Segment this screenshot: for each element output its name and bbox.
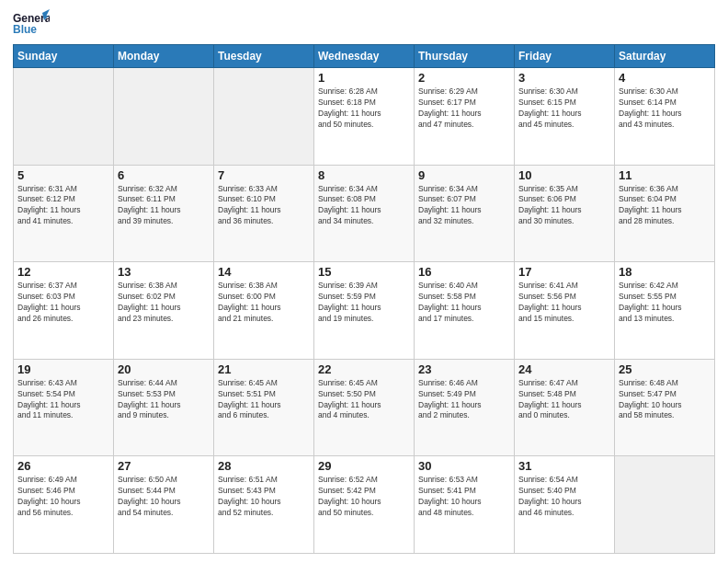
day-info: Sunrise: 6:50 AMSunset: 5:44 PMDaylight:… — [118, 475, 210, 519]
day-info: Sunrise: 6:36 AMSunset: 6:04 PMDaylight:… — [619, 184, 711, 228]
day-info: Sunrise: 6:46 AMSunset: 5:49 PMDaylight:… — [418, 378, 510, 422]
weekday-header-wednesday: Wednesday — [314, 45, 415, 68]
calendar-cell: 12Sunrise: 6:37 AMSunset: 6:03 PMDayligh… — [14, 262, 114, 360]
day-number: 12 — [17, 265, 109, 279]
day-number: 14 — [218, 265, 310, 279]
page: General Blue SundayMondayTuesdayWednesda… — [0, 0, 728, 563]
day-number: 9 — [418, 168, 510, 182]
weekday-header-monday: Monday — [114, 45, 214, 68]
calendar-cell — [214, 68, 314, 166]
day-number: 6 — [118, 168, 210, 182]
day-number: 24 — [518, 362, 610, 376]
calendar: SundayMondayTuesdayWednesdayThursdayFrid… — [13, 44, 715, 554]
day-number: 5 — [17, 168, 109, 182]
day-info: Sunrise: 6:44 AMSunset: 5:53 PMDaylight:… — [118, 378, 210, 422]
calendar-cell: 3Sunrise: 6:30 AMSunset: 6:15 PMDaylight… — [515, 68, 615, 166]
day-number: 31 — [518, 459, 610, 473]
week-row-1: 1Sunrise: 6:28 AMSunset: 6:18 PMDaylight… — [14, 68, 715, 166]
logo: General Blue — [13, 9, 50, 39]
day-info: Sunrise: 6:49 AMSunset: 5:46 PMDaylight:… — [17, 475, 109, 519]
day-number: 29 — [318, 459, 410, 473]
calendar-cell: 23Sunrise: 6:46 AMSunset: 5:49 PMDayligh… — [415, 359, 515, 456]
day-info: Sunrise: 6:32 AMSunset: 6:11 PMDaylight:… — [118, 184, 210, 228]
calendar-cell — [14, 68, 114, 166]
day-number: 25 — [619, 362, 711, 376]
day-number: 11 — [619, 168, 711, 182]
calendar-cell: 13Sunrise: 6:38 AMSunset: 6:02 PMDayligh… — [114, 262, 214, 360]
day-info: Sunrise: 6:38 AMSunset: 6:00 PMDaylight:… — [218, 281, 310, 325]
svg-text:Blue: Blue — [13, 23, 37, 36]
day-number: 21 — [218, 362, 310, 376]
calendar-cell: 19Sunrise: 6:43 AMSunset: 5:54 PMDayligh… — [14, 359, 114, 456]
day-number: 19 — [17, 362, 109, 376]
calendar-cell: 24Sunrise: 6:47 AMSunset: 5:48 PMDayligh… — [515, 359, 615, 456]
day-number: 4 — [619, 71, 711, 85]
calendar-cell: 20Sunrise: 6:44 AMSunset: 5:53 PMDayligh… — [114, 359, 214, 456]
weekday-header-thursday: Thursday — [415, 45, 515, 68]
day-info: Sunrise: 6:51 AMSunset: 5:43 PMDaylight:… — [218, 475, 310, 519]
calendar-cell: 16Sunrise: 6:40 AMSunset: 5:58 PMDayligh… — [415, 262, 515, 360]
day-number: 28 — [218, 459, 310, 473]
day-info: Sunrise: 6:30 AMSunset: 6:15 PMDaylight:… — [518, 86, 610, 131]
weekday-header-tuesday: Tuesday — [214, 45, 314, 68]
day-number: 13 — [118, 265, 210, 279]
week-row-5: 26Sunrise: 6:49 AMSunset: 5:46 PMDayligh… — [14, 456, 715, 554]
day-info: Sunrise: 6:28 AMSunset: 6:18 PMDaylight:… — [318, 86, 410, 131]
calendar-cell: 4Sunrise: 6:30 AMSunset: 6:14 PMDaylight… — [615, 68, 715, 166]
week-row-2: 5Sunrise: 6:31 AMSunset: 6:12 PMDaylight… — [14, 165, 715, 262]
weekday-row: SundayMondayTuesdayWednesdayThursdayFrid… — [14, 45, 715, 68]
calendar-cell: 15Sunrise: 6:39 AMSunset: 5:59 PMDayligh… — [314, 262, 415, 360]
day-info: Sunrise: 6:38 AMSunset: 6:02 PMDaylight:… — [118, 281, 210, 325]
calendar-cell: 14Sunrise: 6:38 AMSunset: 6:00 PMDayligh… — [214, 262, 314, 360]
calendar-cell: 17Sunrise: 6:41 AMSunset: 5:56 PMDayligh… — [515, 262, 615, 360]
day-info: Sunrise: 6:45 AMSunset: 5:50 PMDaylight:… — [318, 378, 410, 422]
calendar-cell: 26Sunrise: 6:49 AMSunset: 5:46 PMDayligh… — [14, 456, 114, 554]
day-info: Sunrise: 6:30 AMSunset: 6:14 PMDaylight:… — [619, 86, 711, 131]
day-number: 10 — [518, 168, 610, 182]
calendar-cell: 28Sunrise: 6:51 AMSunset: 5:43 PMDayligh… — [214, 456, 314, 554]
day-info: Sunrise: 6:40 AMSunset: 5:58 PMDaylight:… — [418, 281, 510, 325]
day-info: Sunrise: 6:34 AMSunset: 6:07 PMDaylight:… — [418, 184, 510, 228]
day-info: Sunrise: 6:47 AMSunset: 5:48 PMDaylight:… — [518, 378, 610, 422]
day-info: Sunrise: 6:43 AMSunset: 5:54 PMDaylight:… — [17, 378, 109, 422]
day-number: 30 — [418, 459, 510, 473]
calendar-cell: 11Sunrise: 6:36 AMSunset: 6:04 PMDayligh… — [615, 165, 715, 262]
day-info: Sunrise: 6:54 AMSunset: 5:40 PMDaylight:… — [518, 475, 610, 519]
day-info: Sunrise: 6:42 AMSunset: 5:55 PMDaylight:… — [619, 281, 711, 325]
day-number: 20 — [118, 362, 210, 376]
calendar-header: SundayMondayTuesdayWednesdayThursdayFrid… — [14, 45, 715, 68]
calendar-cell: 7Sunrise: 6:33 AMSunset: 6:10 PMDaylight… — [214, 165, 314, 262]
day-info: Sunrise: 6:35 AMSunset: 6:06 PMDaylight:… — [518, 184, 610, 228]
day-number: 26 — [17, 459, 109, 473]
calendar-cell: 25Sunrise: 6:48 AMSunset: 5:47 PMDayligh… — [615, 359, 715, 456]
calendar-cell: 6Sunrise: 6:32 AMSunset: 6:11 PMDaylight… — [114, 165, 214, 262]
day-number: 27 — [118, 459, 210, 473]
calendar-cell: 30Sunrise: 6:53 AMSunset: 5:41 PMDayligh… — [415, 456, 515, 554]
calendar-cell — [114, 68, 214, 166]
calendar-cell — [615, 456, 715, 554]
day-info: Sunrise: 6:52 AMSunset: 5:42 PMDaylight:… — [318, 475, 410, 519]
calendar-cell: 21Sunrise: 6:45 AMSunset: 5:51 PMDayligh… — [214, 359, 314, 456]
day-number: 16 — [418, 265, 510, 279]
day-number: 7 — [218, 168, 310, 182]
calendar-cell: 9Sunrise: 6:34 AMSunset: 6:07 PMDaylight… — [415, 165, 515, 262]
day-info: Sunrise: 6:45 AMSunset: 5:51 PMDaylight:… — [218, 378, 310, 422]
day-number: 18 — [619, 265, 711, 279]
day-info: Sunrise: 6:37 AMSunset: 6:03 PMDaylight:… — [17, 281, 109, 325]
day-info: Sunrise: 6:48 AMSunset: 5:47 PMDaylight:… — [619, 378, 711, 422]
day-info: Sunrise: 6:53 AMSunset: 5:41 PMDaylight:… — [418, 475, 510, 519]
calendar-cell: 2Sunrise: 6:29 AMSunset: 6:17 PMDaylight… — [415, 68, 515, 166]
calendar-cell: 1Sunrise: 6:28 AMSunset: 6:18 PMDaylight… — [314, 68, 415, 166]
day-info: Sunrise: 6:41 AMSunset: 5:56 PMDaylight:… — [518, 281, 610, 325]
week-row-3: 12Sunrise: 6:37 AMSunset: 6:03 PMDayligh… — [14, 262, 715, 360]
calendar-cell: 27Sunrise: 6:50 AMSunset: 5:44 PMDayligh… — [114, 456, 214, 554]
calendar-cell: 22Sunrise: 6:45 AMSunset: 5:50 PMDayligh… — [314, 359, 415, 456]
header: General Blue — [13, 9, 715, 39]
day-number: 15 — [318, 265, 410, 279]
weekday-header-friday: Friday — [515, 45, 615, 68]
day-number: 1 — [318, 71, 410, 85]
day-number: 3 — [518, 71, 610, 85]
calendar-cell: 10Sunrise: 6:35 AMSunset: 6:06 PMDayligh… — [515, 165, 615, 262]
calendar-cell: 18Sunrise: 6:42 AMSunset: 5:55 PMDayligh… — [615, 262, 715, 360]
day-number: 8 — [318, 168, 410, 182]
